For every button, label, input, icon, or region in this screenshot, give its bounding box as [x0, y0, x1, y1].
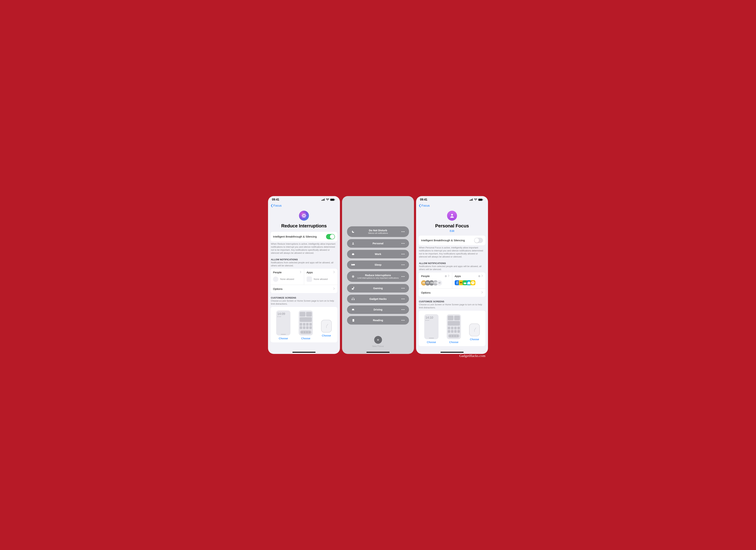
book-icon: [351, 319, 355, 322]
allow-card: People None allowed Apps: [271, 269, 337, 293]
screens-card: 14:10 Choose Choose: [419, 311, 485, 346]
options-row[interactable]: Options: [419, 288, 485, 297]
page-title: Reduce Interruptions: [281, 223, 327, 229]
svg-rect-31: [470, 200, 471, 201]
status-icons: [321, 199, 335, 201]
gear-icon: [478, 275, 481, 277]
choose-home-button[interactable]: Choose: [301, 337, 310, 340]
new-focus-button[interactable]: +: [374, 336, 382, 344]
wifi-icon: [474, 199, 477, 201]
intelligent-toggle[interactable]: [326, 234, 335, 239]
focus-pill-reduce-interruptions[interactable]: Reduce InterruptionsLimit interruptions …: [347, 271, 409, 282]
focus-pill-driving[interactable]: Driving•••: [347, 305, 409, 314]
more-icon[interactable]: •••: [401, 275, 405, 278]
options-label: Options: [421, 291, 431, 294]
svg-point-26: [352, 310, 353, 310]
chevron-right-icon: [481, 275, 483, 278]
status-time: 09:41: [272, 198, 279, 201]
focus-pill-gaming[interactable]: Gaming•••: [347, 284, 409, 293]
intelligent-toggle-row[interactable]: Intelligent Breakthrough & Silencing: [271, 232, 337, 241]
watch-preview[interactable]: [469, 323, 480, 336]
choose-watch-button[interactable]: Choose: [322, 334, 331, 337]
more-icon[interactable]: •••: [401, 298, 405, 300]
focus-pill-reading[interactable]: Reading•••: [347, 316, 409, 325]
focus-pill-gadget-hacks[interactable]: Gadget Hacks•••: [347, 295, 409, 303]
status-bar: 09:41: [268, 196, 340, 203]
focus-pill-sleep[interactable]: Sleep•••: [347, 260, 409, 269]
screen-reduce-interruptions: 09:41 Focus Reduce Interruptions Intelli…: [268, 196, 340, 354]
more-icon[interactable]: •••: [401, 287, 405, 290]
svg-point-27: [353, 310, 354, 310]
svg-rect-16: [351, 264, 352, 265]
customize-sub: Choose a Lock Screen or Home Screen page…: [419, 303, 485, 309]
svg-rect-18: [353, 264, 355, 265]
toggle-description: When Reduce Interruptions is active, int…: [271, 243, 337, 255]
svg-rect-15: [351, 265, 355, 265]
wifi-icon: [326, 199, 329, 201]
svg-rect-36: [483, 199, 483, 200]
focus-pill-work[interactable]: Work•••: [347, 250, 409, 258]
chevron-right-icon: [481, 291, 483, 294]
intelligent-toggle-row[interactable]: Intelligent Breakthrough & Silencing: [419, 236, 485, 245]
chevron-left-icon: [419, 204, 421, 207]
focus-pill-label: Reading: [355, 319, 401, 322]
back-focus[interactable]: Focus: [419, 204, 485, 207]
svg-rect-14: [352, 254, 354, 255]
more-icon[interactable]: •••: [401, 263, 405, 266]
svg-point-17: [352, 264, 353, 265]
focus-pill-do-not-disturb[interactable]: Do Not DisturbSilence all notifications•…: [347, 226, 409, 237]
people-cell[interactable]: People None allowed: [271, 269, 304, 285]
choose-lock-button[interactable]: Choose: [279, 337, 288, 340]
home-indicator[interactable]: [292, 352, 316, 353]
new-focus-label: New Focus: [372, 345, 384, 348]
lockscreen-time: 14:09: [277, 312, 289, 316]
customize-sub: Choose a Lock Screen or Home Screen page…: [271, 299, 337, 306]
back-label: Focus: [273, 204, 282, 207]
chevron-left-icon: [271, 204, 273, 207]
choose-watch-button[interactable]: Choose: [470, 338, 479, 341]
lock-screen-preview[interactable]: 14:09: [276, 310, 290, 335]
edit-link[interactable]: Edit: [450, 229, 454, 232]
more-icon[interactable]: •••: [401, 319, 405, 322]
home-indicator[interactable]: [366, 352, 390, 353]
customize-head: CUSTOMIZE SCREENS: [419, 300, 485, 303]
headphones-icon: [351, 297, 355, 301]
more-icon[interactable]: •••: [401, 308, 405, 311]
lock-screen-preview[interactable]: 14:10: [424, 314, 439, 339]
more-icon[interactable]: •••: [401, 253, 405, 256]
choose-lock-button[interactable]: Choose: [427, 341, 436, 344]
focus-pill-label: Gadget Hacks: [355, 298, 401, 300]
options-row[interactable]: Options: [271, 285, 337, 293]
more-icon[interactable]: •••: [401, 230, 405, 233]
avatar-more: +2: [437, 280, 442, 286]
page-title: Personal Focus: [435, 223, 469, 229]
app-icon: [470, 280, 475, 285]
chevron-right-icon: [333, 287, 335, 291]
apps-cell[interactable]: Apps None allowed: [304, 269, 338, 285]
battery-icon: [330, 199, 335, 201]
back-focus[interactable]: Focus: [271, 204, 337, 207]
svg-point-8: [302, 215, 306, 217]
choose-home-button[interactable]: Choose: [449, 341, 458, 344]
svg-line-44: [474, 328, 476, 330]
people-cell[interactable]: People ANKSDBKS+2: [419, 272, 452, 288]
home-screen-preview[interactable]: [299, 310, 313, 335]
app-icons: fIMD: [455, 280, 483, 285]
svg-rect-25: [354, 299, 354, 300]
focus-pill-personal[interactable]: Personal•••: [347, 239, 409, 248]
apps-title: Apps: [307, 271, 313, 274]
watch-preview[interactable]: [321, 320, 332, 333]
placeholder-avatar-icon: [273, 277, 278, 282]
focus-pill-label: Work: [355, 253, 401, 256]
intelligent-toggle[interactable]: [474, 238, 483, 243]
customize-head: CUSTOMIZE SCREENS: [271, 297, 337, 299]
apps-cell[interactable]: Apps fIMD: [452, 272, 486, 288]
home-indicator[interactable]: [440, 352, 464, 353]
svg-rect-35: [479, 199, 482, 201]
briefcase-icon: [351, 253, 355, 256]
focus-pill-label: Do Not DisturbSilence all notifications: [355, 229, 401, 234]
more-icon[interactable]: •••: [401, 242, 405, 245]
toggle-label: Intelligent Breakthrough & Silencing: [421, 239, 465, 242]
home-screen-preview[interactable]: [447, 314, 461, 339]
svg-rect-32: [471, 199, 472, 201]
